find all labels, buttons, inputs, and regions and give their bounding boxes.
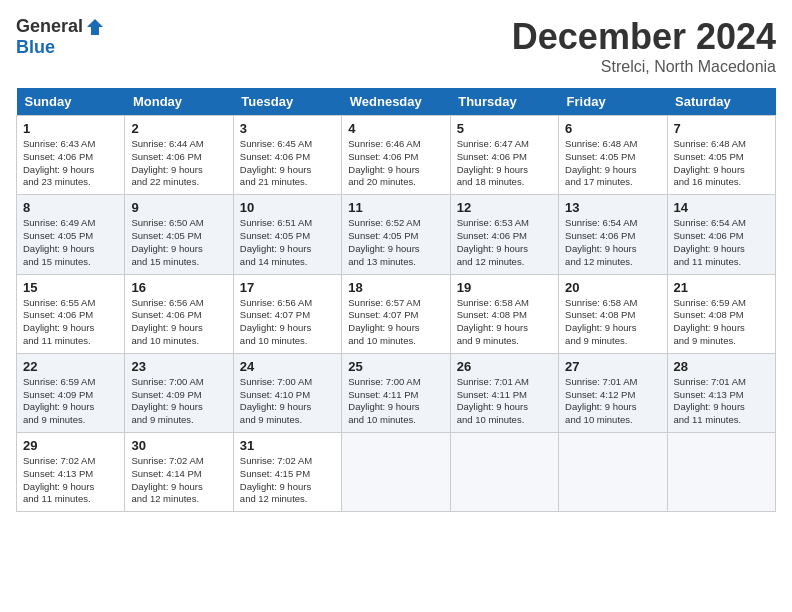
day-info: Sunrise: 7:02 AM Sunset: 4:15 PM Dayligh… bbox=[240, 455, 335, 506]
column-header-thursday: Thursday bbox=[450, 88, 558, 116]
day-info: Sunrise: 6:54 AM Sunset: 4:06 PM Dayligh… bbox=[674, 217, 769, 268]
day-cell-5: 5Sunrise: 6:47 AM Sunset: 4:06 PM Daylig… bbox=[450, 116, 558, 195]
day-cell-29: 29Sunrise: 7:02 AM Sunset: 4:13 PM Dayli… bbox=[17, 433, 125, 512]
day-cell-24: 24Sunrise: 7:00 AM Sunset: 4:10 PM Dayli… bbox=[233, 353, 341, 432]
day-info: Sunrise: 7:00 AM Sunset: 4:10 PM Dayligh… bbox=[240, 376, 335, 427]
day-info: Sunrise: 6:43 AM Sunset: 4:06 PM Dayligh… bbox=[23, 138, 118, 189]
day-info: Sunrise: 6:54 AM Sunset: 4:06 PM Dayligh… bbox=[565, 217, 660, 268]
day-number: 29 bbox=[23, 438, 118, 453]
page-header: General Blue December 2024 Strelci, Nort… bbox=[16, 16, 776, 76]
day-cell-3: 3Sunrise: 6:45 AM Sunset: 4:06 PM Daylig… bbox=[233, 116, 341, 195]
day-cell-13: 13Sunrise: 6:54 AM Sunset: 4:06 PM Dayli… bbox=[559, 195, 667, 274]
day-cell-4: 4Sunrise: 6:46 AM Sunset: 4:06 PM Daylig… bbox=[342, 116, 450, 195]
column-header-saturday: Saturday bbox=[667, 88, 775, 116]
day-number: 21 bbox=[674, 280, 769, 295]
day-info: Sunrise: 6:45 AM Sunset: 4:06 PM Dayligh… bbox=[240, 138, 335, 189]
day-number: 24 bbox=[240, 359, 335, 374]
day-number: 19 bbox=[457, 280, 552, 295]
day-info: Sunrise: 6:50 AM Sunset: 4:05 PM Dayligh… bbox=[131, 217, 226, 268]
empty-cell bbox=[450, 433, 558, 512]
day-info: Sunrise: 6:52 AM Sunset: 4:05 PM Dayligh… bbox=[348, 217, 443, 268]
day-number: 25 bbox=[348, 359, 443, 374]
location-subtitle: Strelci, North Macedonia bbox=[512, 58, 776, 76]
day-info: Sunrise: 7:00 AM Sunset: 4:11 PM Dayligh… bbox=[348, 376, 443, 427]
day-cell-6: 6Sunrise: 6:48 AM Sunset: 4:05 PM Daylig… bbox=[559, 116, 667, 195]
day-info: Sunrise: 6:44 AM Sunset: 4:06 PM Dayligh… bbox=[131, 138, 226, 189]
day-cell-15: 15Sunrise: 6:55 AM Sunset: 4:06 PM Dayli… bbox=[17, 274, 125, 353]
logo-icon bbox=[85, 17, 105, 37]
day-info: Sunrise: 7:01 AM Sunset: 4:13 PM Dayligh… bbox=[674, 376, 769, 427]
day-cell-30: 30Sunrise: 7:02 AM Sunset: 4:14 PM Dayli… bbox=[125, 433, 233, 512]
day-number: 11 bbox=[348, 200, 443, 215]
day-cell-17: 17Sunrise: 6:56 AM Sunset: 4:07 PM Dayli… bbox=[233, 274, 341, 353]
day-cell-8: 8Sunrise: 6:49 AM Sunset: 4:05 PM Daylig… bbox=[17, 195, 125, 274]
day-info: Sunrise: 7:02 AM Sunset: 4:13 PM Dayligh… bbox=[23, 455, 118, 506]
day-info: Sunrise: 7:01 AM Sunset: 4:11 PM Dayligh… bbox=[457, 376, 552, 427]
day-info: Sunrise: 6:55 AM Sunset: 4:06 PM Dayligh… bbox=[23, 297, 118, 348]
column-header-wednesday: Wednesday bbox=[342, 88, 450, 116]
day-cell-9: 9Sunrise: 6:50 AM Sunset: 4:05 PM Daylig… bbox=[125, 195, 233, 274]
day-number: 8 bbox=[23, 200, 118, 215]
day-cell-16: 16Sunrise: 6:56 AM Sunset: 4:06 PM Dayli… bbox=[125, 274, 233, 353]
day-number: 16 bbox=[131, 280, 226, 295]
day-cell-25: 25Sunrise: 7:00 AM Sunset: 4:11 PM Dayli… bbox=[342, 353, 450, 432]
day-cell-26: 26Sunrise: 7:01 AM Sunset: 4:11 PM Dayli… bbox=[450, 353, 558, 432]
empty-cell bbox=[667, 433, 775, 512]
day-number: 31 bbox=[240, 438, 335, 453]
day-number: 26 bbox=[457, 359, 552, 374]
logo: General Blue bbox=[16, 16, 105, 58]
day-number: 13 bbox=[565, 200, 660, 215]
day-info: Sunrise: 6:59 AM Sunset: 4:08 PM Dayligh… bbox=[674, 297, 769, 348]
day-number: 30 bbox=[131, 438, 226, 453]
day-info: Sunrise: 6:48 AM Sunset: 4:05 PM Dayligh… bbox=[674, 138, 769, 189]
day-number: 18 bbox=[348, 280, 443, 295]
day-info: Sunrise: 6:53 AM Sunset: 4:06 PM Dayligh… bbox=[457, 217, 552, 268]
day-info: Sunrise: 6:49 AM Sunset: 4:05 PM Dayligh… bbox=[23, 217, 118, 268]
calendar-table: SundayMondayTuesdayWednesdayThursdayFrid… bbox=[16, 88, 776, 512]
day-cell-1: 1Sunrise: 6:43 AM Sunset: 4:06 PM Daylig… bbox=[17, 116, 125, 195]
day-number: 15 bbox=[23, 280, 118, 295]
day-cell-2: 2Sunrise: 6:44 AM Sunset: 4:06 PM Daylig… bbox=[125, 116, 233, 195]
day-cell-22: 22Sunrise: 6:59 AM Sunset: 4:09 PM Dayli… bbox=[17, 353, 125, 432]
column-header-sunday: Sunday bbox=[17, 88, 125, 116]
logo-blue-text: Blue bbox=[16, 37, 55, 58]
day-cell-18: 18Sunrise: 6:57 AM Sunset: 4:07 PM Dayli… bbox=[342, 274, 450, 353]
day-info: Sunrise: 7:02 AM Sunset: 4:14 PM Dayligh… bbox=[131, 455, 226, 506]
day-info: Sunrise: 6:56 AM Sunset: 4:07 PM Dayligh… bbox=[240, 297, 335, 348]
day-info: Sunrise: 6:48 AM Sunset: 4:05 PM Dayligh… bbox=[565, 138, 660, 189]
day-cell-21: 21Sunrise: 6:59 AM Sunset: 4:08 PM Dayli… bbox=[667, 274, 775, 353]
logo-general-text: General bbox=[16, 16, 83, 37]
day-number: 20 bbox=[565, 280, 660, 295]
empty-cell bbox=[342, 433, 450, 512]
day-info: Sunrise: 6:59 AM Sunset: 4:09 PM Dayligh… bbox=[23, 376, 118, 427]
day-info: Sunrise: 6:58 AM Sunset: 4:08 PM Dayligh… bbox=[457, 297, 552, 348]
column-header-friday: Friday bbox=[559, 88, 667, 116]
empty-cell bbox=[559, 433, 667, 512]
day-number: 5 bbox=[457, 121, 552, 136]
day-cell-14: 14Sunrise: 6:54 AM Sunset: 4:06 PM Dayli… bbox=[667, 195, 775, 274]
day-number: 9 bbox=[131, 200, 226, 215]
day-info: Sunrise: 6:56 AM Sunset: 4:06 PM Dayligh… bbox=[131, 297, 226, 348]
day-cell-12: 12Sunrise: 6:53 AM Sunset: 4:06 PM Dayli… bbox=[450, 195, 558, 274]
day-number: 3 bbox=[240, 121, 335, 136]
day-info: Sunrise: 6:58 AM Sunset: 4:08 PM Dayligh… bbox=[565, 297, 660, 348]
day-number: 28 bbox=[674, 359, 769, 374]
day-number: 23 bbox=[131, 359, 226, 374]
day-cell-31: 31Sunrise: 7:02 AM Sunset: 4:15 PM Dayli… bbox=[233, 433, 341, 512]
day-number: 17 bbox=[240, 280, 335, 295]
day-cell-11: 11Sunrise: 6:52 AM Sunset: 4:05 PM Dayli… bbox=[342, 195, 450, 274]
day-number: 10 bbox=[240, 200, 335, 215]
day-cell-10: 10Sunrise: 6:51 AM Sunset: 4:05 PM Dayli… bbox=[233, 195, 341, 274]
svg-marker-0 bbox=[87, 19, 103, 35]
day-info: Sunrise: 6:47 AM Sunset: 4:06 PM Dayligh… bbox=[457, 138, 552, 189]
day-cell-23: 23Sunrise: 7:00 AM Sunset: 4:09 PM Dayli… bbox=[125, 353, 233, 432]
day-number: 14 bbox=[674, 200, 769, 215]
day-info: Sunrise: 6:46 AM Sunset: 4:06 PM Dayligh… bbox=[348, 138, 443, 189]
month-title: December 2024 bbox=[512, 16, 776, 58]
day-number: 12 bbox=[457, 200, 552, 215]
day-cell-19: 19Sunrise: 6:58 AM Sunset: 4:08 PM Dayli… bbox=[450, 274, 558, 353]
day-cell-7: 7Sunrise: 6:48 AM Sunset: 4:05 PM Daylig… bbox=[667, 116, 775, 195]
day-number: 1 bbox=[23, 121, 118, 136]
day-number: 7 bbox=[674, 121, 769, 136]
day-info: Sunrise: 7:01 AM Sunset: 4:12 PM Dayligh… bbox=[565, 376, 660, 427]
